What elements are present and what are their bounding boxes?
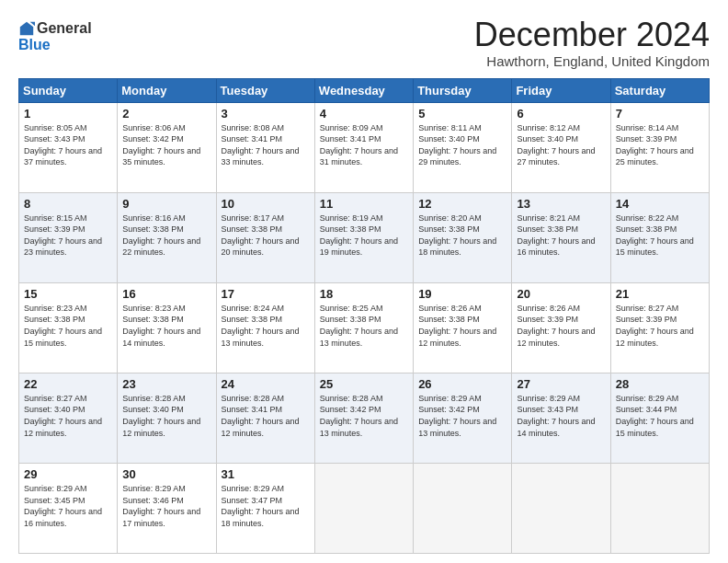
cell-info: Sunrise: 8:11 AMSunset: 3:40 PMDaylight:… bbox=[418, 122, 506, 168]
cell-info: Sunrise: 8:23 AMSunset: 3:38 PMDaylight:… bbox=[122, 303, 210, 349]
calendar-week-5: 29Sunrise: 8:29 AMSunset: 3:45 PMDayligh… bbox=[19, 463, 710, 553]
title-area: December 2024 Hawthorn, England, United … bbox=[474, 17, 710, 69]
calendar-cell: 16Sunrise: 8:23 AMSunset: 3:38 PMDayligh… bbox=[118, 282, 216, 373]
calendar-cell bbox=[414, 463, 512, 553]
cell-info: Sunrise: 8:24 AMSunset: 3:38 PMDaylight:… bbox=[222, 303, 310, 349]
day-number: 2 bbox=[122, 107, 210, 121]
calendar-cell: 30Sunrise: 8:29 AMSunset: 3:46 PMDayligh… bbox=[118, 463, 216, 553]
calendar-cell: 31Sunrise: 8:29 AMSunset: 3:47 PMDayligh… bbox=[216, 463, 314, 553]
cell-info: Sunrise: 8:26 AMSunset: 3:38 PMDaylight:… bbox=[418, 303, 506, 349]
calendar-cell: 23Sunrise: 8:28 AMSunset: 3:40 PMDayligh… bbox=[118, 373, 216, 463]
calendar-cell: 22Sunrise: 8:27 AMSunset: 3:40 PMDayligh… bbox=[19, 373, 118, 463]
header-thursday: Thursday bbox=[414, 78, 512, 102]
calendar-cell bbox=[610, 463, 709, 553]
svg-marker-0 bbox=[20, 22, 33, 35]
cell-info: Sunrise: 8:14 AMSunset: 3:39 PMDaylight:… bbox=[616, 122, 704, 168]
day-number: 21 bbox=[616, 287, 704, 301]
cell-info: Sunrise: 8:06 AMSunset: 3:42 PMDaylight:… bbox=[122, 122, 210, 168]
cell-info: Sunrise: 8:15 AMSunset: 3:39 PMDaylight:… bbox=[24, 213, 112, 259]
cell-info: Sunrise: 8:27 AMSunset: 3:39 PMDaylight:… bbox=[616, 303, 704, 349]
logo-blue-text: Blue bbox=[18, 37, 51, 53]
calendar-cell: 25Sunrise: 8:28 AMSunset: 3:42 PMDayligh… bbox=[314, 373, 413, 463]
day-number: 30 bbox=[122, 467, 210, 481]
cell-info: Sunrise: 8:29 AMSunset: 3:47 PMDaylight:… bbox=[222, 483, 310, 529]
day-number: 18 bbox=[320, 287, 408, 301]
day-number: 29 bbox=[24, 467, 112, 481]
calendar-cell bbox=[314, 463, 413, 553]
day-number: 11 bbox=[320, 197, 408, 211]
cell-info: Sunrise: 8:29 AMSunset: 3:44 PMDaylight:… bbox=[616, 393, 704, 439]
day-number: 6 bbox=[517, 107, 605, 121]
month-title: December 2024 bbox=[474, 17, 710, 53]
header: General Blue December 2024 Hawthorn, Eng… bbox=[18, 17, 710, 69]
header-sunday: Sunday bbox=[19, 78, 118, 102]
day-number: 4 bbox=[320, 107, 408, 121]
day-number: 9 bbox=[122, 197, 210, 211]
logo-general-text: General bbox=[37, 20, 92, 37]
calendar-cell: 10Sunrise: 8:17 AMSunset: 3:38 PMDayligh… bbox=[216, 192, 314, 282]
cell-info: Sunrise: 8:28 AMSunset: 3:42 PMDaylight:… bbox=[320, 393, 408, 439]
cell-info: Sunrise: 8:09 AMSunset: 3:41 PMDaylight:… bbox=[320, 122, 408, 168]
day-number: 3 bbox=[222, 107, 310, 121]
cell-info: Sunrise: 8:29 AMSunset: 3:42 PMDaylight:… bbox=[418, 393, 506, 439]
header-wednesday: Wednesday bbox=[314, 78, 413, 102]
day-number: 28 bbox=[616, 377, 704, 391]
day-number: 26 bbox=[418, 377, 506, 391]
day-number: 22 bbox=[24, 377, 112, 391]
calendar-week-2: 8Sunrise: 8:15 AMSunset: 3:39 PMDaylight… bbox=[19, 192, 710, 282]
day-number: 16 bbox=[122, 287, 210, 301]
day-number: 7 bbox=[616, 107, 704, 121]
calendar-week-1: 1Sunrise: 8:05 AMSunset: 3:43 PMDaylight… bbox=[19, 102, 710, 192]
logo-icon bbox=[18, 20, 35, 37]
cell-info: Sunrise: 8:23 AMSunset: 3:38 PMDaylight:… bbox=[24, 303, 112, 349]
cell-info: Sunrise: 8:22 AMSunset: 3:38 PMDaylight:… bbox=[616, 213, 704, 259]
calendar-table: Sunday Monday Tuesday Wednesday Thursday… bbox=[18, 78, 710, 554]
calendar-week-4: 22Sunrise: 8:27 AMSunset: 3:40 PMDayligh… bbox=[19, 373, 710, 463]
calendar-cell: 8Sunrise: 8:15 AMSunset: 3:39 PMDaylight… bbox=[19, 192, 118, 282]
cell-info: Sunrise: 8:19 AMSunset: 3:38 PMDaylight:… bbox=[320, 213, 408, 259]
cell-info: Sunrise: 8:28 AMSunset: 3:41 PMDaylight:… bbox=[222, 393, 310, 439]
calendar-cell: 13Sunrise: 8:21 AMSunset: 3:38 PMDayligh… bbox=[512, 192, 610, 282]
calendar-cell: 1Sunrise: 8:05 AMSunset: 3:43 PMDaylight… bbox=[19, 102, 118, 192]
cell-info: Sunrise: 8:17 AMSunset: 3:38 PMDaylight:… bbox=[222, 213, 310, 259]
day-number: 14 bbox=[616, 197, 704, 211]
day-number: 17 bbox=[222, 287, 310, 301]
cell-info: Sunrise: 8:28 AMSunset: 3:40 PMDaylight:… bbox=[122, 393, 210, 439]
calendar-cell: 2Sunrise: 8:06 AMSunset: 3:42 PMDaylight… bbox=[118, 102, 216, 192]
day-number: 15 bbox=[24, 287, 112, 301]
calendar-cell: 18Sunrise: 8:25 AMSunset: 3:38 PMDayligh… bbox=[314, 282, 413, 373]
calendar-cell: 4Sunrise: 8:09 AMSunset: 3:41 PMDaylight… bbox=[314, 102, 413, 192]
calendar-cell: 3Sunrise: 8:08 AMSunset: 3:41 PMDaylight… bbox=[216, 102, 314, 192]
calendar-cell: 27Sunrise: 8:29 AMSunset: 3:43 PMDayligh… bbox=[512, 373, 610, 463]
day-number: 1 bbox=[24, 107, 112, 121]
header-monday: Monday bbox=[118, 78, 216, 102]
day-number: 23 bbox=[122, 377, 210, 391]
calendar-cell: 12Sunrise: 8:20 AMSunset: 3:38 PMDayligh… bbox=[414, 192, 512, 282]
calendar-cell: 26Sunrise: 8:29 AMSunset: 3:42 PMDayligh… bbox=[414, 373, 512, 463]
cell-info: Sunrise: 8:16 AMSunset: 3:38 PMDaylight:… bbox=[122, 213, 210, 259]
day-number: 24 bbox=[222, 377, 310, 391]
cell-info: Sunrise: 8:27 AMSunset: 3:40 PMDaylight:… bbox=[24, 393, 112, 439]
calendar-cell: 28Sunrise: 8:29 AMSunset: 3:44 PMDayligh… bbox=[610, 373, 709, 463]
cell-info: Sunrise: 8:26 AMSunset: 3:39 PMDaylight:… bbox=[517, 303, 605, 349]
logo: General Blue bbox=[18, 17, 92, 53]
day-number: 10 bbox=[222, 197, 310, 211]
calendar-cell: 7Sunrise: 8:14 AMSunset: 3:39 PMDaylight… bbox=[610, 102, 709, 192]
calendar-cell: 6Sunrise: 8:12 AMSunset: 3:40 PMDaylight… bbox=[512, 102, 610, 192]
calendar-cell: 15Sunrise: 8:23 AMSunset: 3:38 PMDayligh… bbox=[19, 282, 118, 373]
calendar-cell: 9Sunrise: 8:16 AMSunset: 3:38 PMDaylight… bbox=[118, 192, 216, 282]
calendar-cell: 24Sunrise: 8:28 AMSunset: 3:41 PMDayligh… bbox=[216, 373, 314, 463]
cell-info: Sunrise: 8:20 AMSunset: 3:38 PMDaylight:… bbox=[418, 213, 506, 259]
calendar-cell: 5Sunrise: 8:11 AMSunset: 3:40 PMDaylight… bbox=[414, 102, 512, 192]
cell-info: Sunrise: 8:29 AMSunset: 3:43 PMDaylight:… bbox=[517, 393, 605, 439]
cell-info: Sunrise: 8:29 AMSunset: 3:46 PMDaylight:… bbox=[122, 483, 210, 529]
cell-info: Sunrise: 8:29 AMSunset: 3:45 PMDaylight:… bbox=[24, 483, 112, 529]
cell-info: Sunrise: 8:25 AMSunset: 3:38 PMDaylight:… bbox=[320, 303, 408, 349]
calendar-cell: 17Sunrise: 8:24 AMSunset: 3:38 PMDayligh… bbox=[216, 282, 314, 373]
calendar-cell: 20Sunrise: 8:26 AMSunset: 3:39 PMDayligh… bbox=[512, 282, 610, 373]
calendar-cell: 29Sunrise: 8:29 AMSunset: 3:45 PMDayligh… bbox=[19, 463, 118, 553]
day-number: 8 bbox=[24, 197, 112, 211]
header-friday: Friday bbox=[512, 78, 610, 102]
page: General Blue December 2024 Hawthorn, Eng… bbox=[0, 0, 728, 563]
calendar-cell: 19Sunrise: 8:26 AMSunset: 3:38 PMDayligh… bbox=[414, 282, 512, 373]
